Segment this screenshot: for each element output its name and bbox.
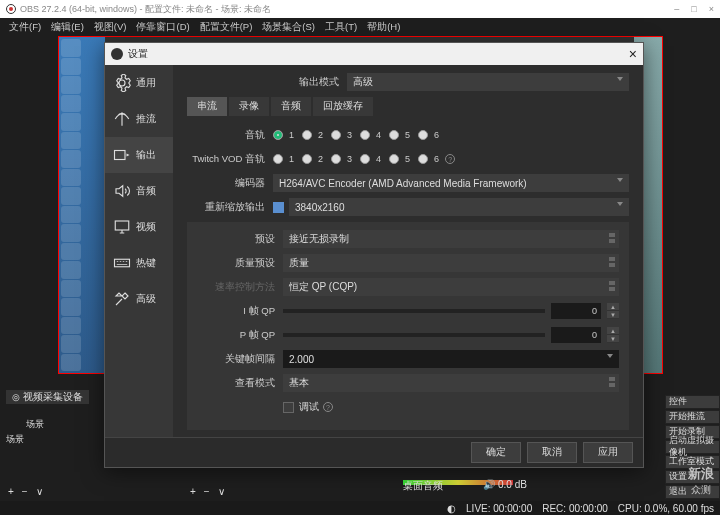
tw-4[interactable]	[360, 154, 370, 164]
gear-icon	[111, 48, 123, 60]
sidebar-item-stream[interactable]: 推流	[105, 101, 173, 137]
controls-header: 控件	[665, 395, 720, 409]
add-icon[interactable]: +	[8, 486, 14, 497]
output-icon	[113, 146, 131, 164]
tw-6[interactable]	[418, 154, 428, 164]
encoder-select[interactable]: H264/AVC Encoder (AMD Advanced Media Fra…	[273, 174, 629, 192]
settings-content: 输出模式 高级 串流 录像 音频 回放缓存 音轨 1 2 3 4 5 6	[173, 65, 643, 437]
close-icon[interactable]: ×	[709, 4, 714, 14]
sidebar-label: 通用	[136, 76, 156, 90]
tab-record[interactable]: 录像	[229, 97, 269, 116]
menu-file[interactable]: 文件(F)	[6, 21, 44, 34]
tw-5[interactable]	[389, 154, 399, 164]
output-tabs: 串流 录像 音频 回放缓存	[187, 97, 629, 116]
dialog-titlebar: 设置 ×	[105, 43, 643, 65]
remove-icon[interactable]: −	[204, 486, 210, 497]
menu-dock[interactable]: 停靠窗口(D)	[133, 21, 192, 34]
debug-checkbox[interactable]	[283, 402, 294, 413]
audio-source-label: 桌面音频	[403, 479, 443, 493]
pframe-slider[interactable]	[283, 333, 545, 337]
speaker-icon	[113, 182, 131, 200]
tab-audio[interactable]: 音频	[271, 97, 311, 116]
menu-scene-collection[interactable]: 场景集合(S)	[259, 21, 318, 34]
apply-button[interactable]: 应用	[583, 442, 633, 463]
window-title: OBS 27.2.4 (64-bit, windows) - 配置文件: 未命名…	[20, 3, 271, 16]
track-2-radio[interactable]	[302, 130, 312, 140]
sidebar-item-general[interactable]: 通用	[105, 65, 173, 101]
keyint-input[interactable]: 2.000	[283, 350, 619, 368]
source-controls: +−∨	[190, 486, 225, 497]
ok-button[interactable]: 确定	[471, 442, 521, 463]
menu-view[interactable]: 视图(V)	[91, 21, 130, 34]
svg-rect-1	[115, 221, 129, 230]
track-5-radio[interactable]	[389, 130, 399, 140]
track-3-radio[interactable]	[331, 130, 341, 140]
chevron-down-icon[interactable]: ∨	[218, 486, 225, 497]
db-value: 0.0 dB	[498, 479, 527, 490]
output-mode-select[interactable]: 高级	[347, 73, 629, 91]
tracks-radios: 1 2 3 4 5 6	[273, 130, 441, 140]
cancel-button[interactable]: 取消	[527, 442, 577, 463]
sidebar-item-output[interactable]: 输出	[105, 137, 173, 173]
dialog-close-icon[interactable]: ×	[629, 46, 637, 62]
iframe-spinner[interactable]: ▲▼	[607, 303, 619, 319]
tab-replay[interactable]: 回放缓存	[313, 97, 373, 116]
remove-icon[interactable]: −	[22, 486, 28, 497]
rate-control-label: 速率控制方法	[197, 281, 283, 294]
rescale-select[interactable]: 3840x2160	[289, 198, 629, 216]
svg-rect-0	[115, 151, 126, 160]
sidebar-label: 推流	[136, 112, 156, 126]
tw-2[interactable]	[302, 154, 312, 164]
keyint-label: 关键帧间隔	[197, 353, 283, 366]
iframe-value[interactable]: 0	[551, 303, 601, 319]
view-mode-select[interactable]: 基本	[283, 374, 619, 392]
add-icon[interactable]: +	[190, 486, 196, 497]
tw-1[interactable]	[273, 154, 283, 164]
menu-profile[interactable]: 配置文件(P)	[197, 21, 256, 34]
live-status: LIVE: 00:00:00	[466, 503, 532, 514]
sidebar-label: 音频	[136, 184, 156, 198]
track-1-radio[interactable]	[273, 130, 283, 140]
virtual-cam-button[interactable]: 启动虚拟摄像机	[665, 440, 720, 454]
help-icon[interactable]: ?	[323, 402, 333, 412]
svg-rect-2	[115, 259, 130, 267]
settings-sidebar: 通用 推流 输出 音频 视频 热键 高级	[105, 65, 173, 437]
keyboard-icon	[113, 254, 131, 272]
pframe-spinner[interactable]: ▲▼	[607, 327, 619, 343]
rescale-checkbox[interactable]	[273, 202, 284, 213]
chevron-down-icon[interactable]: ∨	[36, 486, 43, 497]
desktop-left-strip	[59, 37, 105, 373]
scene-item[interactable]: 场景	[6, 418, 89, 431]
sidebar-item-hotkeys[interactable]: 热键	[105, 245, 173, 281]
iframe-slider[interactable]	[283, 309, 545, 313]
tab-stream[interactable]: 串流	[187, 97, 227, 116]
sidebar-item-audio[interactable]: 音频	[105, 173, 173, 209]
maximize-icon[interactable]: □	[691, 4, 696, 14]
menu-help[interactable]: 帮助(H)	[364, 21, 403, 34]
encoder-section: 预设 接近无损录制 质量预设 质量 速率控制方法 恒定 QP (CQP) I 帧…	[187, 222, 629, 430]
menu-edit[interactable]: 编辑(E)	[48, 21, 87, 34]
pframe-qp-label: P 帧 QP	[197, 329, 283, 342]
view-mode-label: 查看模式	[197, 377, 283, 390]
iframe-qp-label: I 帧 QP	[197, 305, 283, 318]
preset-select[interactable]: 接近无损录制	[283, 230, 619, 248]
start-stream-button[interactable]: 开始推流	[665, 410, 720, 424]
menu-tools[interactable]: 工具(T)	[322, 21, 360, 34]
sidebar-label: 高级	[136, 292, 156, 306]
antenna-icon	[113, 110, 131, 128]
sidebar-item-video[interactable]: 视频	[105, 209, 173, 245]
quality-preset-select[interactable]: 质量	[283, 254, 619, 272]
source-tab-label[interactable]: 视频采集设备	[23, 391, 83, 402]
settings-dialog: 设置 × 通用 推流 输出 音频 视频 热键 高级 输出模式 高级 串流 录像 …	[104, 42, 644, 468]
tw-3[interactable]	[331, 154, 341, 164]
window-titlebar: OBS 27.2.4 (64-bit, windows) - 配置文件: 未命名…	[0, 0, 720, 18]
preset-label: 预设	[197, 233, 283, 246]
track-6-radio[interactable]	[418, 130, 428, 140]
help-icon[interactable]: ?	[445, 154, 455, 164]
track-4-radio[interactable]	[360, 130, 370, 140]
app-icon	[6, 4, 16, 14]
sidebar-item-advanced[interactable]: 高级	[105, 281, 173, 317]
dialog-footer: 确定 取消 应用	[105, 437, 643, 467]
minimize-icon[interactable]: –	[674, 4, 679, 14]
pframe-value[interactable]: 0	[551, 327, 601, 343]
